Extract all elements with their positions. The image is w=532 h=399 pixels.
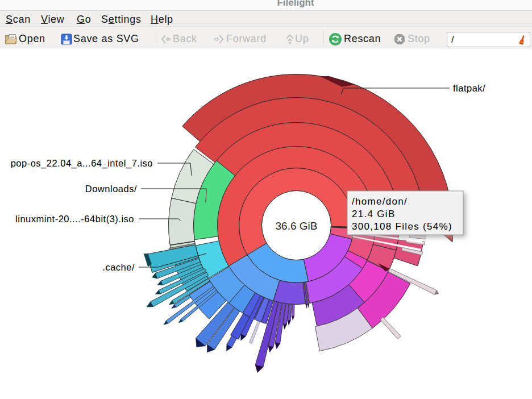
svg-text:.cache/: .cache/ [102, 262, 135, 272]
svg-text:flatpak/: flatpak/ [453, 83, 485, 93]
svg-text:Downloads/: Downloads/ [85, 184, 137, 194]
svg-text:21.4 GiB: 21.4 GiB [352, 209, 396, 219]
svg-text:36.6 GiB: 36.6 GiB [276, 220, 318, 232]
svg-text:300,108 Files (54%): 300,108 Files (54%) [352, 221, 452, 232]
svg-text:pop-os_22.04_a...64_intel_7.is: pop-os_22.04_a...64_intel_7.iso [11, 158, 153, 169]
svg-text:linuxmint-20....-64bit(3).iso: linuxmint-20....-64bit(3).iso [15, 214, 134, 224]
svg-text:/home/don/: /home/don/ [352, 196, 408, 207]
